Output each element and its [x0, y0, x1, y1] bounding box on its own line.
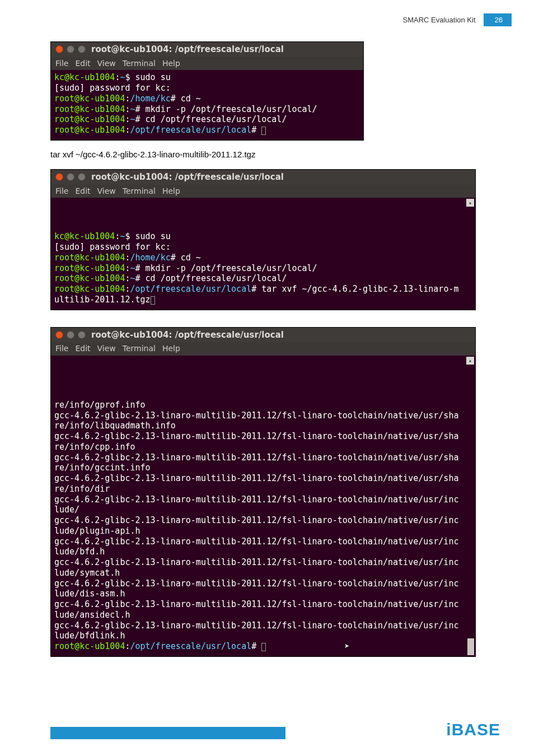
menu-view[interactable]: View [97, 186, 116, 197]
header-title: SMARC Evaluation Kit [402, 16, 475, 24]
terminal-text: # cd ~ [171, 253, 201, 263]
terminal-text: root@kc-ub1004 [54, 125, 125, 135]
title-bar: root@kc-ub1004: /opt/freescale/usr/local [51, 328, 475, 343]
maximize-icon[interactable] [78, 331, 86, 339]
cursor-icon [261, 643, 266, 651]
terminal-text: gcc-4.6.2-glibc-2.13-linaro-multilib-201… [54, 557, 458, 567]
maximize-icon[interactable] [78, 45, 86, 53]
terminal-window-2: root@kc-ub1004: /opt/freescale/usr/local… [50, 169, 476, 310]
terminal-text: root@kc-ub1004 [54, 253, 125, 263]
menu-view[interactable]: View [97, 59, 116, 69]
page-header: SMARC Evaluation Kit 26 [402, 13, 512, 26]
window-controls [55, 173, 86, 181]
window-controls [55, 45, 86, 53]
terminal-text: gcc-4.6.2-glibc-2.13-linaro-multilib-201… [54, 536, 458, 547]
terminal-text: # mkdir -p /opt/freescale/usr/local/ [135, 263, 317, 273]
terminal-text: root@kc-ub1004 [54, 104, 125, 114]
terminal-text: # cd ~ [171, 94, 201, 104]
close-icon[interactable] [55, 173, 63, 181]
menu-file[interactable]: File [55, 344, 68, 354]
terminal-text: # tar xvf ~/gcc-4.6.2-glibc-2.13-linaro-… [251, 284, 458, 294]
terminal-text: root@kc-ub1004 [54, 263, 125, 273]
terminal-text: root@kc-ub1004 [54, 641, 125, 651]
terminal-text: ~ [130, 104, 135, 114]
minimize-icon[interactable] [67, 173, 74, 181]
menu-edit[interactable]: Edit [75, 344, 90, 354]
terminal-text: lude/bfd.h [54, 547, 105, 557]
body-text: tar xvf ~/gcc-4.6.2-glibc-2.13-linaro-mu… [50, 150, 487, 159]
close-icon[interactable] [55, 45, 63, 53]
terminal-body[interactable]: kc@kc-ub1004:~$ sudo su[sudo] password f… [51, 70, 363, 140]
terminal-text: gcc-4.6.2-glibc-2.13-linaro-multilib-201… [54, 473, 458, 483]
menu-edit[interactable]: Edit [75, 59, 90, 69]
menu-bar: File Edit View Terminal Help [51, 57, 363, 71]
terminal-body[interactable]: ▴ re/info/gprof.infogcc-4.6.2-glibc-2.13… [51, 356, 475, 656]
minimize-icon[interactable] [67, 45, 74, 53]
terminal-body[interactable]: ▴ kc@kc-ub1004:~$ sudo su[sudo] password… [51, 198, 475, 310]
terminal-text: [sudo] password for kc: [54, 83, 171, 93]
terminal-text: gcc-4.6.2-glibc-2.13-linaro-multilib-201… [54, 431, 458, 441]
menu-help[interactable]: Help [162, 59, 180, 69]
menu-view[interactable]: View [97, 344, 116, 354]
terminal-text: root@kc-ub1004 [54, 94, 125, 104]
menu-file[interactable]: File [55, 186, 68, 197]
menu-terminal[interactable]: Terminal [123, 186, 156, 197]
menu-terminal[interactable]: Terminal [123, 59, 156, 69]
terminal-text: lude/plugin-api.h [54, 526, 140, 536]
terminal-text: gcc-4.6.2-glibc-2.13-linaro-multilib-201… [54, 515, 458, 525]
window-title: root@kc-ub1004: /opt/freescale/usr/local [91, 44, 284, 55]
terminal-text: /opt/freescale/usr/local [130, 284, 251, 294]
terminal-text: re/info/gprof.info [54, 400, 146, 410]
title-bar: root@kc-ub1004: /opt/freescale/usr/local [51, 170, 475, 185]
terminal-text: $ sudo su [125, 231, 170, 241]
scroll-up-icon[interactable]: ▴ [466, 199, 474, 207]
terminal-text: root@kc-ub1004 [54, 284, 125, 294]
terminal-text: # [251, 125, 261, 135]
terminal-text: re/info/cpp.info [54, 442, 135, 452]
terminal-text: $ sudo su [125, 72, 170, 82]
menu-edit[interactable]: Edit [75, 186, 90, 197]
terminal-text: kc@kc-ub1004 [54, 231, 115, 241]
menu-help[interactable]: Help [162, 344, 180, 354]
page-number: 26 [484, 13, 512, 26]
terminal-text: # mkdir -p /opt/freescale/usr/local/ [135, 104, 317, 114]
terminal-text: /opt/freescale/usr/local [130, 641, 251, 651]
window-title: root@kc-ub1004: /opt/freescale/usr/local [91, 330, 284, 340]
menu-help[interactable]: Help [162, 186, 180, 197]
terminal-text: re/info/dir [54, 484, 110, 494]
terminal-text: gcc-4.6.2-glibc-2.13-linaro-multilib-201… [54, 578, 458, 589]
terminal-text: lude/dis-asm.h [54, 589, 125, 599]
maximize-icon[interactable] [78, 173, 86, 181]
menu-file[interactable]: File [55, 59, 68, 69]
terminal-text: ~ [130, 273, 135, 283]
menu-bar: File Edit View Terminal Help [51, 342, 475, 356]
terminal-text: root@kc-ub1004 [54, 273, 125, 283]
close-icon[interactable] [55, 331, 63, 339]
terminal-text: lude/bfdlink.h [54, 631, 125, 641]
scroll-up-icon[interactable]: ▴ [466, 357, 474, 365]
footer-logo: iBASE [446, 720, 500, 739]
window-controls [55, 331, 86, 339]
minimize-icon[interactable] [67, 331, 74, 339]
terminal-text: # cd /opt/freescale/usr/local/ [135, 273, 287, 283]
terminal-text: /opt/freescale/usr/local [130, 125, 251, 135]
terminal-window-1: root@kc-ub1004: /opt/freescale/usr/local… [50, 41, 364, 141]
cursor-icon [261, 127, 266, 135]
terminal-text: kc@kc-ub1004 [54, 72, 115, 82]
terminal-text: gcc-4.6.2-glibc-2.13-linaro-multilib-201… [54, 410, 458, 421]
cursor-icon [151, 296, 155, 305]
page-footer: iBASE [0, 727, 534, 739]
terminal-text: /home/kc [130, 94, 170, 104]
terminal-window-3: root@kc-ub1004: /opt/freescale/usr/local… [50, 327, 476, 657]
menu-terminal[interactable]: Terminal [123, 344, 156, 354]
terminal-text: lude/symcat.h [54, 568, 120, 578]
terminal-text: gcc-4.6.2-glibc-2.13-linaro-multilib-201… [54, 452, 458, 463]
window-title: root@kc-ub1004: /opt/freescale/usr/local [91, 172, 284, 183]
terminal-text: lude/ansidecl.h [54, 610, 130, 620]
scrollbar-track-icon[interactable] [467, 638, 474, 655]
terminal-text: ultilib-2011.12.tgz [54, 295, 151, 305]
terminal-text: ~ [130, 114, 135, 124]
terminal-text: gcc-4.6.2-glibc-2.13-linaro-multilib-201… [54, 620, 458, 631]
mouse-pointer-icon: ➤ [344, 641, 349, 652]
terminal-text: ~ [130, 263, 135, 273]
